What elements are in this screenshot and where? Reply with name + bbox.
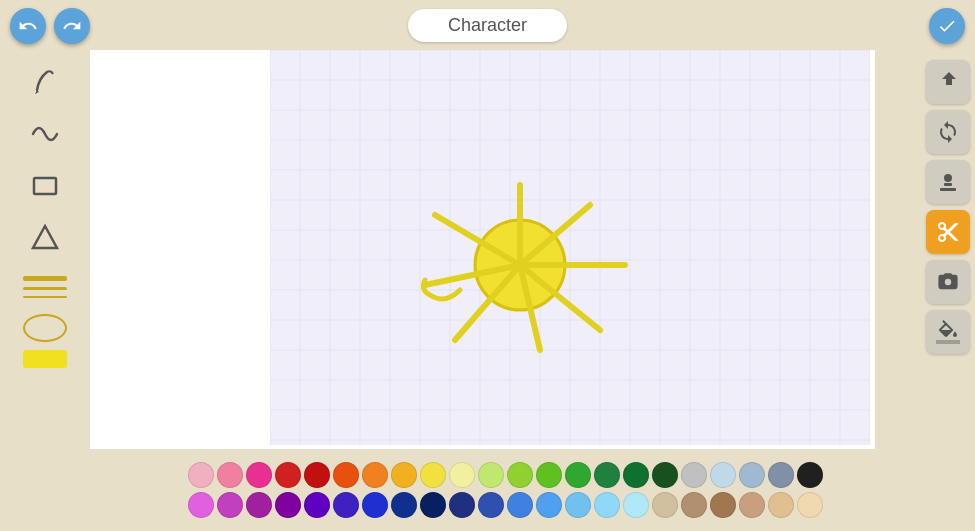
color-swatch-r1-1[interactable] xyxy=(217,462,243,488)
stamp-tool[interactable] xyxy=(926,160,970,204)
color-swatch-r2-8[interactable] xyxy=(420,492,446,518)
canvas-area xyxy=(90,50,875,485)
stroke-large[interactable] xyxy=(23,276,67,281)
color-swatch-r2-2[interactable] xyxy=(246,492,272,518)
color-swatch-r1-16[interactable] xyxy=(652,462,678,488)
color-swatch-r1-3[interactable] xyxy=(275,462,301,488)
undo-button[interactable] xyxy=(10,8,46,44)
color-swatch-r1-17[interactable] xyxy=(681,462,707,488)
svg-point-1 xyxy=(944,174,952,182)
ellipse-preview[interactable] xyxy=(23,314,67,342)
color-swatch-r2-16[interactable] xyxy=(652,492,678,518)
color-swatch-r2-6[interactable] xyxy=(362,492,388,518)
color-palette xyxy=(90,449,920,531)
color-swatch-r1-15[interactable] xyxy=(623,462,649,488)
color-swatch-r2-18[interactable] xyxy=(710,492,736,518)
color-swatch-r1-0[interactable] xyxy=(188,462,214,488)
color-swatch-r1-11[interactable] xyxy=(507,462,533,488)
color-swatch-r2-11[interactable] xyxy=(507,492,533,518)
triangle-tool[interactable] xyxy=(23,216,67,260)
color-swatch-r2-21[interactable] xyxy=(797,492,823,518)
color-swatch-r1-8[interactable] xyxy=(420,462,446,488)
check-button[interactable] xyxy=(929,8,965,44)
color-swatch-r2-1[interactable] xyxy=(217,492,243,518)
redo-button[interactable] xyxy=(54,8,90,44)
stroke-small[interactable] xyxy=(23,296,67,298)
arrow-tool[interactable] xyxy=(926,60,970,104)
title-bar: Character xyxy=(408,9,567,42)
color-swatch-r2-12[interactable] xyxy=(536,492,562,518)
color-swatch-r2-3[interactable] xyxy=(275,492,301,518)
scissors-tool[interactable] xyxy=(926,210,970,254)
right-toolbar xyxy=(920,50,975,480)
fill-tool[interactable] xyxy=(926,310,970,354)
stroke-sizes xyxy=(23,276,67,298)
color-swatch-r1-4[interactable] xyxy=(304,462,330,488)
color-swatch-r2-4[interactable] xyxy=(304,492,330,518)
rotate-tool[interactable] xyxy=(926,110,970,154)
header: Character xyxy=(0,0,975,50)
stroke-medium[interactable] xyxy=(23,287,67,290)
title-text: Character xyxy=(448,15,527,35)
color-swatch-r2-0[interactable] xyxy=(188,492,214,518)
curve-tool[interactable] xyxy=(23,112,67,156)
color-swatch-r1-2[interactable] xyxy=(246,462,272,488)
rect-tool[interactable] xyxy=(23,164,67,208)
color-swatch-r2-13[interactable] xyxy=(565,492,591,518)
current-color-swatch[interactable] xyxy=(23,350,67,368)
color-swatch-r1-18[interactable] xyxy=(710,462,736,488)
color-swatch-r1-14[interactable] xyxy=(594,462,620,488)
color-swatch-r1-7[interactable] xyxy=(391,462,417,488)
svg-rect-0 xyxy=(34,178,56,194)
color-swatch-r2-9[interactable] xyxy=(449,492,475,518)
color-swatch-r1-5[interactable] xyxy=(333,462,359,488)
color-swatch-r1-12[interactable] xyxy=(536,462,562,488)
color-swatch-r2-17[interactable] xyxy=(681,492,707,518)
color-swatch-r2-10[interactable] xyxy=(478,492,504,518)
color-swatch-r2-19[interactable] xyxy=(739,492,765,518)
camera-tool[interactable] xyxy=(926,260,970,304)
color-swatch-r1-13[interactable] xyxy=(565,462,591,488)
color-swatch-r2-7[interactable] xyxy=(391,492,417,518)
color-swatch-r1-9[interactable] xyxy=(449,462,475,488)
pencil-tool[interactable] xyxy=(23,60,67,104)
color-swatch-r1-19[interactable] xyxy=(739,462,765,488)
color-swatch-r2-20[interactable] xyxy=(768,492,794,518)
color-swatch-r2-15[interactable] xyxy=(623,492,649,518)
color-swatch-r1-21[interactable] xyxy=(797,462,823,488)
color-swatch-r1-6[interactable] xyxy=(362,462,388,488)
color-row-2 xyxy=(188,492,823,518)
canvas-left-white xyxy=(90,50,270,445)
color-swatch-r2-5[interactable] xyxy=(333,492,359,518)
color-row-1 xyxy=(188,462,823,488)
color-swatch-r2-14[interactable] xyxy=(594,492,620,518)
svg-rect-3 xyxy=(940,188,956,191)
color-swatch-r1-20[interactable] xyxy=(768,462,794,488)
svg-rect-2 xyxy=(944,183,952,186)
canvas-grid[interactable] xyxy=(270,50,870,445)
color-swatch-r1-10[interactable] xyxy=(478,462,504,488)
left-toolbar xyxy=(0,50,90,480)
